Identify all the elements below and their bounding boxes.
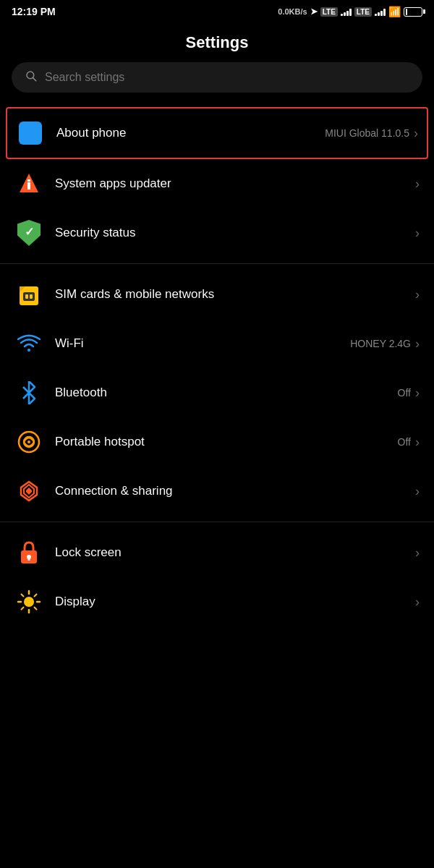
hotspot-icon	[14, 427, 43, 456]
svg-line-27	[35, 608, 37, 610]
chevron-icon: ›	[415, 336, 420, 352]
wifi-content: Wi-Fi	[55, 336, 350, 351]
chevron-icon: ›	[415, 287, 420, 302]
search-icon	[25, 69, 38, 85]
about-phone-value: MIUI Global 11.0.5 ›	[325, 126, 418, 141]
network-speed: 0.0KB/s	[278, 7, 307, 16]
settings-item-sim-cards[interactable]: SIM cards & mobile networks ›	[0, 270, 434, 319]
svg-marker-17	[26, 488, 32, 495]
sim-cards-right: ›	[415, 287, 420, 302]
lock-screen-content: Lock screen	[55, 545, 415, 560]
svg-rect-9	[25, 294, 28, 299]
battery-icon: 10	[404, 7, 422, 17]
display-label: Display	[55, 595, 415, 609]
svg-rect-10	[30, 294, 33, 299]
svg-line-26	[22, 595, 24, 597]
svg-line-29	[22, 608, 24, 610]
settings-item-display[interactable]: Display ›	[0, 577, 434, 626]
wifi-status-icon: 📶	[388, 6, 401, 17]
connection-icon	[14, 477, 43, 506]
settings-item-about-phone[interactable]: About phone MIUI Global 11.0.5 ›	[6, 107, 428, 159]
svg-rect-20	[28, 557, 30, 561]
settings-item-lock-screen[interactable]: Lock screen ›	[0, 528, 434, 577]
chevron-icon: ›	[414, 126, 418, 141]
bluetooth-content: Bluetooth	[55, 386, 398, 400]
lte-icon: LTE	[320, 7, 338, 17]
status-bar: 12:19 PM 0.0KB/s ➤ LTE LTE 📶 10	[0, 0, 434, 20]
signal-bars-1	[341, 7, 352, 16]
connection-sharing-content: Connection & sharing	[55, 484, 415, 498]
system-apps-content: System apps updater	[55, 176, 415, 191]
search-input[interactable]	[45, 71, 409, 84]
chevron-icon: ›	[415, 176, 420, 192]
system-apps-label: System apps updater	[55, 176, 415, 191]
svg-rect-8	[23, 292, 35, 301]
bluetooth-right: Off ›	[398, 386, 420, 401]
svg-point-11	[27, 349, 30, 352]
settings-item-system-apps-updater[interactable]: System apps updater ›	[0, 159, 434, 208]
display-content: Display	[55, 595, 415, 609]
sim-icon	[14, 280, 43, 309]
svg-rect-4	[27, 179, 30, 182]
page-title: Settings	[0, 20, 434, 62]
lock-screen-right: ›	[415, 545, 420, 561]
settings-item-wifi[interactable]: Wi-Fi HONEY 2.4G ›	[0, 319, 434, 368]
update-icon	[14, 169, 43, 198]
search-bar[interactable]	[12, 62, 422, 93]
signal-bars-2	[375, 7, 386, 16]
chevron-icon: ›	[415, 226, 420, 241]
divider-2	[0, 522, 434, 522]
wifi-icon	[14, 329, 43, 358]
chevron-icon: ›	[415, 484, 420, 499]
hotspot-content: Portable hotspot	[55, 435, 398, 449]
hotspot-label: Portable hotspot	[55, 435, 398, 449]
settings-item-bluetooth[interactable]: Bluetooth Off ›	[0, 368, 434, 417]
chevron-icon: ›	[415, 435, 420, 450]
svg-line-28	[35, 595, 37, 597]
bluetooth-icon	[14, 378, 43, 407]
divider-1	[0, 263, 434, 264]
display-icon	[14, 587, 43, 616]
svg-rect-3	[27, 182, 30, 190]
security-status-label: Security status	[55, 226, 415, 240]
wifi-label: Wi-Fi	[55, 336, 350, 351]
settings-list: About phone MIUI Global 11.0.5 › System …	[0, 107, 434, 626]
wifi-right: HONEY 2.4G ›	[350, 336, 420, 352]
sim-cards-label: SIM cards & mobile networks	[55, 287, 415, 302]
about-phone-label: About phone	[56, 126, 325, 140]
sim-cards-content: SIM cards & mobile networks	[55, 287, 415, 302]
svg-point-21	[24, 597, 34, 607]
connection-sharing-right: ›	[415, 484, 420, 499]
status-right: 0.0KB/s ➤ LTE LTE 📶 10	[278, 6, 422, 17]
bluetooth-label: Bluetooth	[55, 386, 398, 400]
security-status-right: ›	[415, 226, 420, 241]
bluetooth-value-text: Off	[398, 387, 411, 399]
security-icon: ✓	[14, 218, 43, 247]
security-status-content: Security status	[55, 226, 415, 240]
about-phone-icon	[16, 119, 45, 148]
connection-sharing-label: Connection & sharing	[55, 484, 415, 498]
display-right: ›	[415, 595, 420, 610]
svg-point-14	[27, 441, 30, 443]
svg-line-1	[33, 78, 36, 81]
status-time: 12:19 PM	[12, 6, 56, 17]
lte-icon-2: LTE	[354, 7, 372, 17]
settings-item-security-status[interactable]: ✓ Security status ›	[0, 208, 434, 258]
chevron-icon: ›	[415, 595, 420, 610]
about-phone-value-text: MIUI Global 11.0.5	[325, 127, 409, 139]
wifi-value-text: HONEY 2.4G	[350, 338, 411, 349]
settings-item-hotspot[interactable]: Portable hotspot Off ›	[0, 417, 434, 467]
lock-screen-label: Lock screen	[55, 545, 415, 560]
system-apps-right: ›	[415, 176, 420, 192]
hotspot-right: Off ›	[398, 435, 420, 450]
about-phone-content: About phone	[56, 126, 325, 140]
hotspot-value-text: Off	[398, 436, 411, 448]
settings-item-connection-sharing[interactable]: Connection & sharing ›	[0, 467, 434, 516]
chevron-icon: ›	[415, 545, 420, 561]
nav-arrow-icon: ➤	[310, 7, 318, 17]
chevron-icon: ›	[415, 386, 420, 401]
lock-icon	[14, 538, 43, 567]
